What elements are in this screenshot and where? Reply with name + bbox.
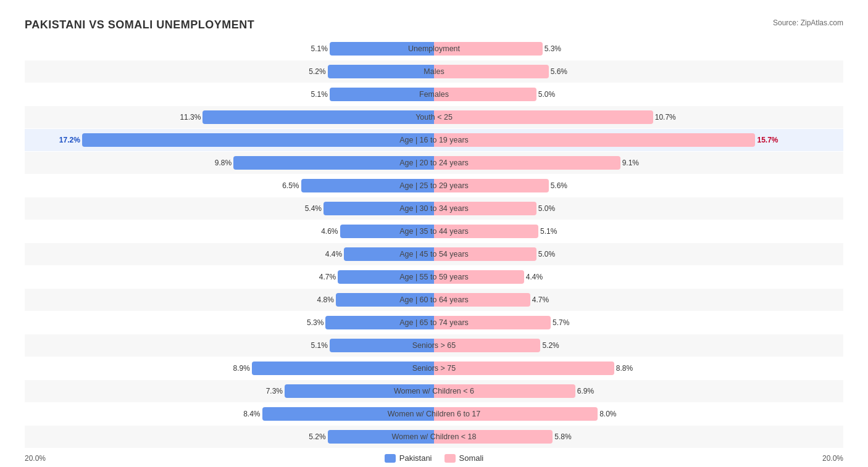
axis-left-label: 20.0% xyxy=(25,454,46,463)
bar-somali xyxy=(434,133,755,147)
legend-box-pakistani xyxy=(385,454,396,463)
bar-somali xyxy=(434,88,536,101)
right-half: 8.0% xyxy=(434,403,843,425)
value-pakistani: 17.2% xyxy=(59,136,82,144)
bar-row: 11.3%Youth < 2510.7% xyxy=(25,106,843,128)
bar-row: 7.3%Women w/ Children < 66.9% xyxy=(25,380,843,402)
value-somali: 5.1% xyxy=(538,227,557,236)
left-half: 4.7% xyxy=(25,266,434,288)
row-label: Age | 25 to 29 years xyxy=(399,181,469,190)
legend-label-somali: Somali xyxy=(459,453,484,463)
row-label: Age | 35 to 44 years xyxy=(399,227,469,236)
row-label: Age | 30 to 34 years xyxy=(399,204,469,213)
left-half: 9.8% xyxy=(25,152,434,174)
bar-row: 5.2%Males5.6% xyxy=(25,60,843,83)
row-label: Unemployment xyxy=(408,44,460,53)
right-half: 4.7% xyxy=(434,289,843,311)
value-pakistani: 4.8% xyxy=(317,295,336,304)
bar-somali xyxy=(434,65,549,78)
left-half: 5.1% xyxy=(25,334,434,357)
legend-item-pakistani: Pakistani xyxy=(385,453,432,463)
bar-row: 5.2%Women w/ Children < 185.8% xyxy=(25,426,843,448)
bar-somali xyxy=(434,110,653,124)
value-pakistani: 5.3% xyxy=(307,318,325,327)
left-half: 4.6% xyxy=(25,220,434,242)
bar-row: 8.9%Seniors > 758.8% xyxy=(25,357,843,379)
left-half: 8.9% xyxy=(25,357,434,379)
right-half: 4.4% xyxy=(434,266,843,288)
value-pakistani: 5.2% xyxy=(309,432,327,441)
value-somali: 5.6% xyxy=(549,67,567,76)
value-pakistani: 5.1% xyxy=(311,90,330,99)
value-somali: 5.6% xyxy=(549,181,567,190)
right-half: 5.8% xyxy=(434,426,843,448)
bar-pakistani xyxy=(328,65,434,78)
right-half: 5.0% xyxy=(434,197,843,220)
bar-row: 17.2%Age | 16 to 19 years15.7% xyxy=(25,129,843,151)
legend-box-somali xyxy=(444,454,456,463)
value-somali: 10.7% xyxy=(653,113,676,122)
value-pakistani: 5.1% xyxy=(311,341,330,350)
value-pakistani: 5.2% xyxy=(309,67,327,76)
legend-label-pakistani: Pakistani xyxy=(399,453,432,463)
value-somali: 5.8% xyxy=(553,432,571,441)
value-somali: 4.7% xyxy=(530,295,549,304)
value-pakistani: 5.4% xyxy=(305,204,323,213)
left-half: 8.4% xyxy=(25,403,434,425)
row-label: Seniors > 75 xyxy=(412,364,456,373)
right-half: 5.2% xyxy=(434,334,843,357)
value-pakistani: 9.8% xyxy=(215,159,233,167)
row-label: Women w/ Children < 6 xyxy=(394,387,474,395)
left-half: 5.2% xyxy=(25,60,434,83)
bar-row: 4.8%Age | 60 to 64 years4.7% xyxy=(25,289,843,311)
row-label: Women w/ Children 6 to 17 xyxy=(388,410,481,418)
bar-pakistani xyxy=(202,110,434,124)
right-half: 5.0% xyxy=(434,83,843,105)
value-pakistani: 8.9% xyxy=(233,364,252,373)
left-half: 7.3% xyxy=(25,380,434,402)
row-label: Males xyxy=(424,67,444,76)
bar-row: 9.8%Age | 20 to 24 years9.1% xyxy=(25,152,843,174)
row-label: Females xyxy=(419,90,449,99)
left-half: 5.1% xyxy=(25,38,434,60)
bar-row: 4.7%Age | 55 to 59 years4.4% xyxy=(25,266,843,288)
value-pakistani: 4.6% xyxy=(321,227,340,236)
value-pakistani: 7.3% xyxy=(266,387,285,395)
left-half: 6.5% xyxy=(25,175,434,197)
right-half: 9.1% xyxy=(434,152,843,174)
left-half: 11.3% xyxy=(25,106,434,128)
value-pakistani: 6.5% xyxy=(282,181,301,190)
bars-wrapper: 5.1%Unemployment5.3%5.2%Males5.6%5.1%Fem… xyxy=(25,38,843,448)
value-pakistani: 8.4% xyxy=(243,410,262,418)
left-half: 5.4% xyxy=(25,197,434,220)
left-half: 5.3% xyxy=(25,312,434,334)
bar-row: 4.6%Age | 35 to 44 years5.1% xyxy=(25,220,843,242)
right-half: 8.8% xyxy=(434,357,843,379)
chart-footer: 20.0% Pakistani Somali 20.0% xyxy=(25,453,843,463)
left-half: 4.8% xyxy=(25,289,434,311)
row-label: Age | 65 to 74 years xyxy=(399,318,469,327)
bar-row: 8.4%Women w/ Children 6 to 178.0% xyxy=(25,403,843,425)
value-somali: 8.8% xyxy=(614,364,633,373)
bar-row: 5.3%Age | 65 to 74 years5.7% xyxy=(25,312,843,334)
right-half: 5.7% xyxy=(434,312,843,334)
bar-row: 5.1%Seniors > 655.2% xyxy=(25,334,843,357)
bar-row: 5.1%Females5.0% xyxy=(25,83,843,105)
row-label: Youth < 25 xyxy=(415,113,453,122)
bar-somali xyxy=(434,362,614,375)
left-half: 5.1% xyxy=(25,83,434,105)
left-half: 5.2% xyxy=(25,426,434,448)
left-half: 17.2% xyxy=(25,129,434,151)
bar-pakistani xyxy=(82,133,434,147)
value-somali: 9.1% xyxy=(620,159,639,167)
axis-right-label: 20.0% xyxy=(822,454,843,463)
value-somali: 5.0% xyxy=(536,204,555,213)
bar-row: 5.1%Unemployment5.3% xyxy=(25,38,843,60)
value-somali: 5.0% xyxy=(536,90,555,99)
right-half: 5.6% xyxy=(434,175,843,197)
legend-item-somali: Somali xyxy=(444,453,484,463)
right-half: 5.0% xyxy=(434,243,843,265)
right-half: 5.3% xyxy=(434,38,843,60)
bar-pakistani xyxy=(252,362,434,375)
right-half: 6.9% xyxy=(434,380,843,402)
